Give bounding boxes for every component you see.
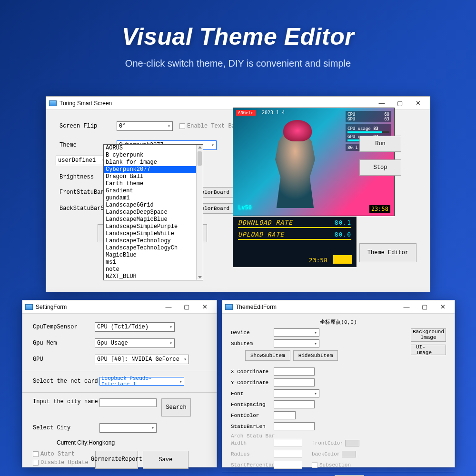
ui-image-button[interactable]: UI-Image xyxy=(411,345,446,355)
status-bar-len-label: StatuBarLen xyxy=(231,424,274,429)
status-bar-len-input[interactable] xyxy=(274,422,315,430)
theme-option[interactable]: LandscapeTechnologyCh xyxy=(104,245,203,252)
chevron-down-icon: ▾ xyxy=(168,123,170,129)
minimize-button[interactable]: — xyxy=(397,300,416,313)
chevron-down-icon: ▾ xyxy=(169,340,172,346)
theme-option[interactable]: Dragon Ball xyxy=(104,173,203,180)
theme-dropdown-list[interactable]: AORUSB cyberpunkblank for imageCyberpunk… xyxy=(103,144,203,280)
theme-option[interactable]: Gradient xyxy=(104,188,203,195)
disable-update-checkbox[interactable]: Disable Update xyxy=(33,459,89,466)
stop-button[interactable]: Stop xyxy=(359,159,401,176)
minimize-button[interactable]: — xyxy=(159,300,178,313)
font-spacing-input[interactable] xyxy=(274,400,315,408)
gpu-mem-label: Gpu Mem xyxy=(33,340,95,347)
subitem-select[interactable]: ▾ xyxy=(274,339,319,347)
current-city-value: Hongkong xyxy=(89,439,115,446)
theme-option[interactable]: LandscapeTechnology xyxy=(104,238,203,245)
show-subitem-button[interactable]: ShowSubItem xyxy=(245,350,290,361)
generate-report-button[interactable]: GernerateReport xyxy=(95,451,138,469)
scrollbar-thumb[interactable] xyxy=(198,151,202,166)
theme-option[interactable]: MagicBlue xyxy=(104,252,203,259)
close-button[interactable]: ✕ xyxy=(196,300,214,313)
arch-start-input[interactable] xyxy=(274,461,302,469)
back-color-swatch[interactable] xyxy=(342,451,356,457)
city-select[interactable]: ▾ xyxy=(99,423,157,433)
background-image-button[interactable]: Background Image xyxy=(411,328,446,342)
disable-update-label: Disable Update xyxy=(40,459,89,466)
user-define-value: userDefine1 xyxy=(58,157,96,164)
theme-editor-button[interactable]: Theme Editor xyxy=(359,243,416,262)
city-input[interactable] xyxy=(99,398,157,407)
save-button[interactable]: Save xyxy=(143,451,188,469)
current-city-label: Current City: xyxy=(57,439,89,446)
chevron-down-icon: ▾ xyxy=(184,357,187,362)
hide-subitem-button[interactable]: HideSubItem xyxy=(293,350,338,361)
checkbox-icon xyxy=(179,123,185,129)
device-select[interactable]: ▾ xyxy=(274,328,319,337)
checkbox-icon xyxy=(312,462,317,468)
gpu-val: 63 xyxy=(384,117,389,121)
gpu-label: GPU xyxy=(33,356,95,363)
theme-option[interactable]: Landscape6Grid xyxy=(104,202,203,209)
theme-option[interactable]: LandscapeSimpleWhite xyxy=(104,230,203,238)
y-coord-input[interactable] xyxy=(274,378,315,387)
theme-option[interactable]: LandscapeMagicBlue xyxy=(104,216,203,223)
preview-level: Lv50 xyxy=(238,204,252,211)
gpu-mem-select[interactable]: Gpu Usage▾ xyxy=(95,338,175,348)
theme-option[interactable]: NZXT_BLUR xyxy=(104,273,203,280)
theme-option[interactable]: note xyxy=(104,266,203,273)
screen-flip-select[interactable]: 0°▾ xyxy=(117,121,173,131)
cpu-usage-label: CPU usage xyxy=(347,126,371,131)
gpu-label: GPU xyxy=(347,117,355,121)
netcard-select[interactable]: Loopback Pseudo-Interface 1▾ xyxy=(99,377,184,386)
titlebar: ThemeEditForm — ▢ ✕ xyxy=(222,300,455,314)
device-label: Device xyxy=(231,330,274,336)
front-color-label: frontColor xyxy=(312,440,343,446)
preview-date: 2023-1-4 xyxy=(262,110,285,115)
theme-option[interactable]: LandscapeDeepSpace xyxy=(104,209,203,216)
chevron-down-icon: ▾ xyxy=(314,391,317,397)
cpu-temp-value: CPU (Tctl/Tdie) xyxy=(97,324,149,330)
gpu-mem-value: Gpu Usage xyxy=(97,340,128,347)
preview-chip-icon xyxy=(333,255,352,264)
scrollbar[interactable] xyxy=(196,145,203,280)
close-button[interactable]: ✕ xyxy=(434,300,452,313)
font-color-input[interactable] xyxy=(274,411,296,419)
theme-option[interactable]: blank for image xyxy=(104,159,203,166)
auto-start-checkbox[interactable]: Auto Start xyxy=(33,451,89,457)
x-coord-input[interactable] xyxy=(274,367,315,376)
subsection-checkbox[interactable]: Subsection xyxy=(312,462,351,468)
font-select[interactable]: ▾ xyxy=(274,389,319,397)
cpu-temp-label: CpuTempSensor xyxy=(33,324,95,330)
run-button[interactable]: Run xyxy=(359,136,401,152)
font-label: Font xyxy=(231,391,274,397)
arch-width-label: Width xyxy=(231,440,274,446)
hero-title: Visual Theme Editor xyxy=(0,23,476,50)
front-color-swatch[interactable] xyxy=(345,440,359,446)
cpu-temp-select[interactable]: CPU (Tctl/Tdie)▾ xyxy=(95,322,175,332)
maximize-button[interactable]: ▢ xyxy=(178,300,196,313)
maximize-button[interactable]: ▢ xyxy=(416,300,434,313)
select-city-label: Select City xyxy=(33,425,99,431)
arch-width-input[interactable] xyxy=(274,439,302,447)
setting-form-window: SettingForm — ▢ ✕ CpuTempSensor CPU (Tct… xyxy=(22,300,217,467)
temp1: 80.1 xyxy=(347,145,358,150)
theme-option[interactable]: Earth theme xyxy=(104,180,203,188)
arch-start-label: StartPercentage xyxy=(231,462,274,468)
arch-radius-input[interactable] xyxy=(274,450,302,458)
netcard-label: Select the net card xyxy=(33,378,99,385)
download-label: DOWNLOAD RATE xyxy=(238,219,293,226)
theme-option[interactable]: B cyberpunk xyxy=(104,152,203,159)
search-button[interactable]: Search xyxy=(161,398,191,416)
theme-option[interactable]: msi xyxy=(104,259,203,266)
user-define-select[interactable]: userDefine1▾ xyxy=(56,156,107,165)
theme-option[interactable]: LandscapeSimplePurple xyxy=(104,223,203,230)
x-coord-label: X-Coordinate xyxy=(231,369,274,375)
upload-label: UPLOAD RATE xyxy=(238,231,284,238)
y-coord-label: Y-Coordinate xyxy=(231,380,274,386)
theme-option[interactable]: AORUS xyxy=(104,145,203,152)
theme-option[interactable]: Cyberpunk2077 xyxy=(104,166,203,173)
theme-option[interactable]: gundam1 xyxy=(104,195,203,202)
gpu-select[interactable]: GPU [#0]: NVIDIA GeForce RTX▾ xyxy=(95,355,189,364)
close-button[interactable]: ✕ xyxy=(409,97,427,109)
